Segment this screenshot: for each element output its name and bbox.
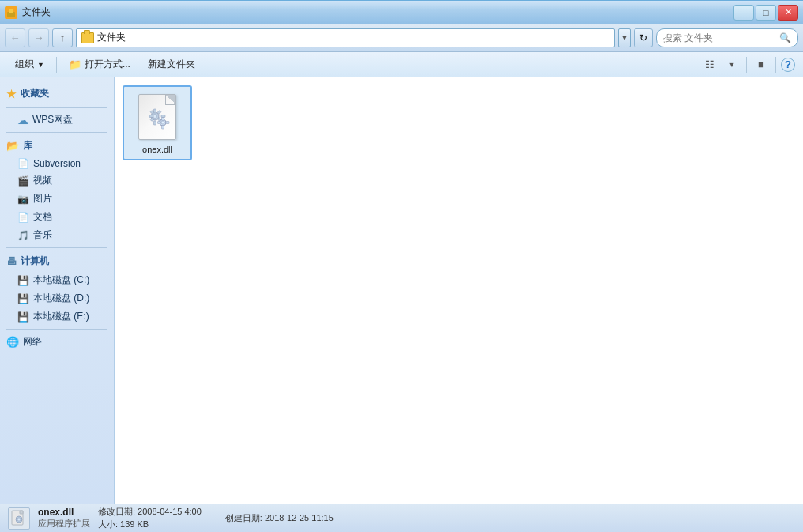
sidebar-network-section: 🌐 网络	[0, 333, 114, 351]
forward-button[interactable]: →	[28, 28, 49, 47]
sidebar-favorites-section: ★ 收藏夹	[0, 84, 114, 108]
status-bar: onex.dll 应用程序扩展 修改日期: 2008-04-15 4:00 大小…	[0, 504, 803, 532]
sidebar-item-subversion[interactable]: 📄 Subversion	[0, 156, 114, 172]
status-detail-2: 创建日期: 2018-12-25 11:15	[225, 512, 334, 524]
address-box[interactable]: 文件夹	[76, 28, 615, 47]
status-info: onex.dll 应用程序扩展	[38, 507, 90, 530]
organize-button[interactable]: 组织 ▼	[8, 55, 51, 74]
search-input[interactable]	[663, 32, 776, 43]
sidebar-computer-header: 🖶 计算机	[0, 251, 114, 271]
sidebar-drive-d-label: 本地磁盘 (D:)	[33, 292, 89, 305]
address-dropdown-button[interactable]: ▼	[618, 28, 631, 47]
status-filetype: 应用程序扩展	[38, 518, 90, 530]
drive-c-icon: 💾	[17, 275, 29, 286]
sidebar-doc-label: 文档	[33, 210, 52, 224]
address-text: 文件夹	[97, 31, 609, 44]
window-icon	[5, 6, 17, 19]
sidebar: ★ 收藏夹 ☁ WPS网盘 📂 库 📄 Subversion �	[0, 77, 115, 504]
sidebar-wps-label: WPS网盘	[32, 113, 73, 126]
status-file-icon	[8, 507, 30, 530]
svg-rect-7	[161, 115, 165, 118]
view-toggle-button[interactable]: ☷	[700, 55, 719, 74]
organize-label: 组织	[15, 58, 34, 71]
library-icon: 📂	[6, 140, 19, 152]
sidebar-item-network[interactable]: 🌐 网络	[0, 333, 114, 351]
sidebar-item-drive-d[interactable]: 💾 本地磁盘 (D:)	[0, 289, 114, 308]
view-dropdown-button[interactable]: ▼	[722, 55, 741, 74]
status-detail: 修改日期: 2008-04-15 4:00 大小: 139 KB	[98, 506, 202, 530]
svg-rect-14	[162, 118, 164, 121]
pane-toggle-button[interactable]: ■	[752, 55, 771, 74]
title-controls: ─ □ ✕	[733, 5, 798, 21]
toolbar-separator-1	[56, 57, 57, 73]
title-bar: 文件夹 ─ □ ✕	[0, 0, 803, 24]
svg-rect-6	[149, 115, 153, 118]
sidebar-video-label: 视频	[33, 174, 52, 187]
open-with-icon: 📁	[69, 58, 81, 70]
open-with-button[interactable]: 📁 打开方式...	[62, 55, 138, 74]
sidebar-divider-2	[6, 132, 107, 133]
status-created: 创建日期: 2018-12-25 11:15	[225, 512, 334, 524]
toolbar-separator-3	[775, 57, 776, 73]
drive-e-icon: 💾	[17, 311, 29, 323]
sidebar-favorites-label: 收藏夹	[21, 87, 49, 100]
sidebar-wps-section: ☁ WPS网盘	[0, 111, 114, 133]
cloud-icon: ☁	[17, 114, 28, 126]
gear-svg	[142, 102, 172, 132]
address-bar: ← → ↑ 文件夹 ▼ ↻ 🔍	[0, 24, 803, 52]
window-title: 文件夹	[22, 6, 51, 19]
search-icon: 🔍	[779, 32, 791, 43]
open-with-label: 打开方式...	[85, 58, 130, 71]
new-folder-button[interactable]: 新建文件夹	[141, 55, 202, 74]
sidebar-item-drive-e[interactable]: 💾 本地磁盘 (E:)	[0, 308, 114, 326]
sidebar-divider-4	[6, 329, 107, 330]
file-area: onex.dll	[115, 77, 803, 504]
svg-rect-16	[158, 122, 161, 124]
svg-rect-15	[162, 126, 164, 129]
file-item-onex[interactable]: onex.dll	[123, 85, 192, 160]
status-dll-svg	[11, 510, 27, 527]
address-folder-icon	[81, 32, 94, 43]
computer-icon: 🖶	[6, 255, 17, 267]
sidebar-image-label: 图片	[33, 192, 52, 206]
sidebar-drive-e-label: 本地磁盘 (E:)	[33, 310, 89, 323]
close-button[interactable]: ✕	[778, 5, 798, 21]
back-button[interactable]: ←	[5, 28, 25, 47]
status-filename: onex.dll	[38, 507, 90, 518]
sidebar-divider-3	[6, 247, 107, 248]
refresh-button[interactable]: ↻	[634, 28, 653, 47]
svg-point-13	[161, 121, 164, 124]
sidebar-item-wps[interactable]: ☁ WPS网盘	[0, 111, 114, 129]
maximize-button[interactable]: □	[756, 5, 776, 21]
toolbar-separator-2	[746, 57, 747, 73]
dll-icon-paper	[138, 94, 176, 140]
sidebar-item-image[interactable]: 📷 图片	[0, 190, 114, 208]
toolbar: 组织 ▼ 📁 打开方式... 新建文件夹 ☷ ▼ ■ ?	[0, 52, 803, 77]
status-modified: 修改日期: 2008-04-15 4:00	[98, 506, 202, 518]
minimize-button[interactable]: ─	[733, 5, 754, 21]
toolbar-right: ☷ ▼ ■ ?	[700, 55, 795, 74]
svg-rect-19	[20, 511, 23, 514]
image-icon: 📷	[17, 194, 29, 205]
organize-dropdown-icon: ▼	[37, 61, 44, 69]
sidebar-subversion-label: Subversion	[33, 158, 81, 169]
status-size: 大小: 139 KB	[98, 519, 202, 530]
svg-rect-17	[166, 122, 169, 124]
sidebar-library-label: 库	[23, 139, 32, 153]
music-icon: 🎵	[17, 230, 29, 241]
sidebar-item-music[interactable]: 🎵 音乐	[0, 226, 114, 244]
svg-point-21	[17, 518, 21, 521]
search-box[interactable]: 🔍	[656, 28, 798, 47]
sidebar-item-drive-c[interactable]: 💾 本地磁盘 (C:)	[0, 271, 114, 289]
star-icon: ★	[6, 88, 17, 100]
up-button[interactable]: ↑	[52, 28, 73, 47]
sidebar-music-label: 音乐	[33, 228, 52, 242]
svg-rect-5	[154, 121, 156, 125]
main-area: ★ 收藏夹 ☁ WPS网盘 📂 库 📄 Subversion �	[0, 77, 803, 504]
sidebar-item-doc[interactable]: 📄 文档	[0, 208, 114, 226]
sidebar-item-video[interactable]: 🎬 视频	[0, 172, 114, 190]
sidebar-library-section: 📂 库 📄 Subversion 🎬 视频 📷 图片 📄 文档 🎵 音乐	[0, 136, 114, 248]
network-icon: 🌐	[6, 336, 19, 348]
help-button[interactable]: ?	[781, 58, 795, 72]
sidebar-computer-section: 🖶 计算机 💾 本地磁盘 (C:) 💾 本地磁盘 (D:) 💾 本地磁盘 (E:…	[0, 251, 114, 330]
